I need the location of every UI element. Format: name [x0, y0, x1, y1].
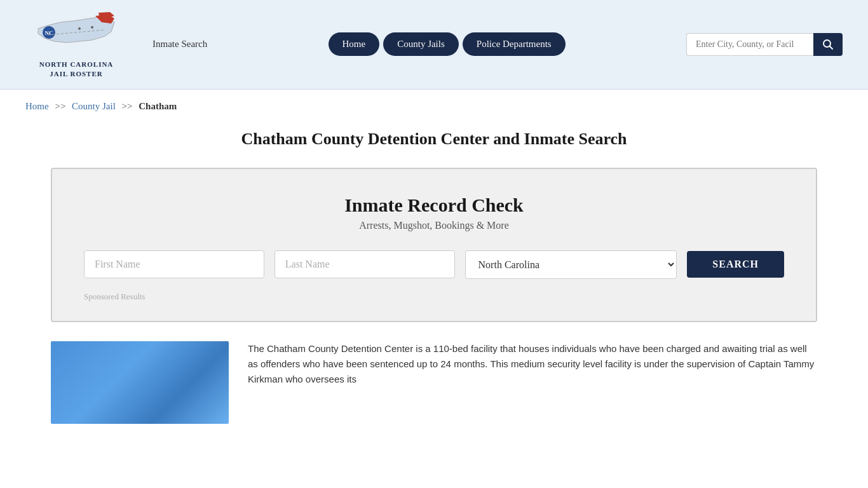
nav-police-departments-button[interactable]: Police Departments	[463, 32, 566, 56]
record-check-title: Inmate Record Check	[84, 194, 784, 216]
svg-line-9	[830, 46, 833, 49]
nc-state-logo: NC	[35, 10, 118, 57]
breadcrumb-sep2: >>	[122, 101, 133, 111]
page-title: Chatham County Detention Center and Inma…	[0, 118, 868, 155]
main-nav: Home County Jails Police Departments	[226, 32, 667, 56]
breadcrumb-current: Chatham	[139, 101, 177, 111]
svg-text:NC: NC	[45, 30, 53, 36]
breadcrumb-sep1: >>	[55, 101, 65, 111]
state-select[interactable]: North Carolina Alabama Alaska Arizona Ar…	[465, 250, 677, 279]
svg-point-6	[91, 26, 93, 29]
record-check-box: Inmate Record Check Arrests, Mugshot, Bo…	[51, 168, 817, 322]
first-name-input[interactable]	[84, 250, 264, 278]
search-icon	[822, 39, 834, 50]
header-search-input[interactable]	[686, 33, 813, 56]
description-text: The Chatham County Detention Center is a…	[248, 341, 817, 387]
header: NC NORTH CAROLINA JAIL ROSTER Inmate Sea…	[0, 0, 868, 90]
nav-home-button[interactable]: Home	[329, 32, 380, 56]
description-section: The Chatham County Detention Center is a…	[51, 341, 817, 424]
inmate-search-link[interactable]: Inmate Search	[153, 39, 207, 50]
inmate-search-button[interactable]: SEARCH	[687, 251, 784, 278]
search-form-row: North Carolina Alabama Alaska Arizona Ar…	[84, 250, 784, 279]
nav-county-jails-button[interactable]: County Jails	[383, 32, 459, 56]
facility-image	[51, 341, 229, 424]
sponsored-label: Sponsored Results	[84, 292, 784, 302]
breadcrumb-home-link[interactable]: Home	[25, 101, 49, 111]
logo-area: NC NORTH CAROLINA JAIL ROSTER	[25, 10, 127, 79]
last-name-input[interactable]	[275, 250, 455, 278]
header-search-area	[686, 33, 843, 56]
breadcrumb-county-jail-link[interactable]: County Jail	[72, 101, 116, 111]
record-check-subtitle: Arrests, Mugshot, Bookings & More	[84, 220, 784, 231]
breadcrumb: Home >> County Jail >> Chatham	[0, 90, 868, 118]
svg-point-5	[78, 27, 81, 30]
logo-text: NORTH CAROLINA JAIL ROSTER	[39, 60, 114, 79]
header-search-button[interactable]	[813, 33, 843, 56]
